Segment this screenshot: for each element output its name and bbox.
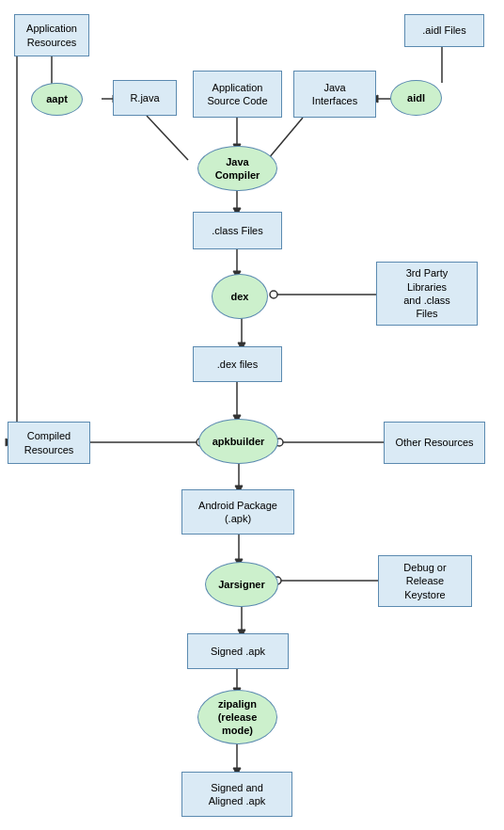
aapt-ellipse: aapt (31, 83, 83, 116)
svg-line-3 (147, 116, 188, 160)
svg-point-17 (270, 291, 277, 298)
dex-files-box: .dex files (193, 346, 282, 382)
aidl-ellipse: aidl (390, 80, 442, 116)
app-source-box: ApplicationSource Code (193, 71, 282, 118)
class-files-box: .class Files (193, 212, 282, 249)
java-interfaces-box: JavaInterfaces (293, 71, 376, 118)
compiled-resources-box: CompiledResources (8, 422, 90, 464)
app-resources-box: ApplicationResources (14, 14, 89, 56)
java-compiler-ellipse: JavaCompiler (197, 146, 277, 191)
android-package-box: Android Package(.apk) (181, 489, 294, 535)
signed-aligned-box: Signed andAligned .apk (181, 772, 292, 817)
other-resources-box: Other Resources (384, 422, 485, 464)
diagram: ApplicationResources .aidl Files aapt R.… (0, 0, 504, 830)
third-party-box: 3rd PartyLibrariesand .classFiles (376, 262, 478, 326)
jarsigner-ellipse: Jarsigner (205, 562, 278, 607)
signed-apk-box: Signed .apk (187, 633, 289, 669)
rjava-box: R.java (113, 80, 177, 116)
aidl-files-box: .aidl Files (404, 14, 484, 47)
dex-ellipse: dex (212, 274, 268, 319)
apkbuilder-ellipse: apkbuilder (198, 419, 278, 464)
zipalign-ellipse: zipalign(releasemode) (197, 690, 277, 744)
debug-keystore-box: Debug orReleaseKeystore (378, 555, 472, 607)
